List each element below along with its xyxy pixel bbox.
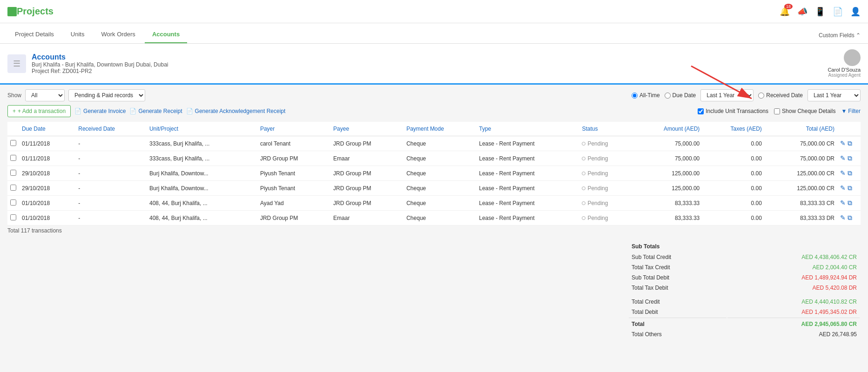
- row-checkbox-cell[interactable]: [7, 151, 19, 166]
- row-action-cell[interactable]: ✎ ⧉: [837, 136, 861, 151]
- row-action-cell[interactable]: ✎ ⧉: [837, 211, 861, 226]
- col-unit-project[interactable]: Unit/Project: [147, 122, 257, 136]
- row-checkbox[interactable]: [10, 155, 16, 161]
- open-icon[interactable]: ⧉: [848, 169, 852, 177]
- row-action-cell[interactable]: ✎ ⧉: [837, 196, 861, 211]
- agent-info: Carol D'Souza Assigned Agent: [828, 49, 861, 78]
- row-amount: 75,000.00: [632, 136, 702, 151]
- tab-project-details[interactable]: Project Details: [7, 26, 61, 43]
- app-title: Projects: [17, 6, 54, 17]
- due-date-label[interactable]: Due Date: [673, 92, 696, 99]
- received-date-radio[interactable]: [758, 93, 764, 99]
- row-checkbox-cell[interactable]: [7, 181, 19, 196]
- agent-avatar: [844, 49, 861, 66]
- row-action-cell[interactable]: ✎ ⧉: [837, 151, 861, 166]
- row-checkbox[interactable]: [10, 199, 16, 206]
- custom-fields-link[interactable]: Custom Fields ⌃: [819, 32, 861, 43]
- content-header: ☰ Accounts Burj Khalifa - Burj Khalifa, …: [0, 44, 868, 85]
- row-checkbox-cell[interactable]: [7, 136, 19, 151]
- col-total[interactable]: Total (AED): [765, 122, 837, 136]
- received-date-label[interactable]: Received Date: [766, 92, 803, 99]
- agent-role: Assigned Agent: [828, 73, 861, 78]
- totals-table: Sub Totals Sub Total Credit AED 4,438,40…: [628, 239, 861, 340]
- col-payee[interactable]: Payee: [330, 122, 404, 136]
- open-icon[interactable]: ⧉: [848, 184, 852, 192]
- edit-icon[interactable]: ✎: [840, 214, 846, 222]
- open-icon[interactable]: ⧉: [848, 214, 852, 222]
- show-select[interactable]: All Income Expense: [25, 89, 65, 101]
- col-type[interactable]: Type: [476, 122, 579, 136]
- include-unit-transactions-label[interactable]: Include Unit Transactions: [698, 108, 768, 114]
- row-type: Lease - Rent Payment: [476, 181, 579, 196]
- edit-icon[interactable]: ✎: [840, 184, 846, 192]
- user-icon[interactable]: 👤: [850, 7, 861, 17]
- due-date-period-select[interactable]: Last 1 Year Last 6 Months This Year Cust…: [700, 89, 754, 101]
- generate-acknowledgement-button[interactable]: 📄 Generate Acknowledgement Receipt: [186, 108, 286, 114]
- filters-row: Show All Income Expense Pending & Paid r…: [7, 89, 861, 101]
- row-action-cell[interactable]: ✎ ⧉: [837, 181, 861, 196]
- row-checkbox[interactable]: [10, 185, 16, 191]
- notification-icon[interactable]: 🔔 18: [780, 7, 790, 17]
- row-checkbox-cell[interactable]: [7, 166, 19, 181]
- row-checkbox-cell[interactable]: [7, 211, 19, 226]
- row-due-date: 29/10/2018: [19, 181, 75, 196]
- megaphone-icon[interactable]: 📣: [797, 7, 807, 17]
- row-checkbox-cell[interactable]: [7, 196, 19, 211]
- all-time-radio-group: All-Time: [632, 92, 660, 99]
- sub-total-debit-value: AED 1,489,924.94 DR: [727, 273, 860, 282]
- edit-icon[interactable]: ✎: [840, 199, 846, 207]
- header-title: Accounts: [32, 53, 168, 61]
- edit-icon[interactable]: ✎: [840, 140, 846, 147]
- top-nav-right: 🔔 18 📣 📱 📄 👤: [780, 7, 861, 17]
- row-checkbox[interactable]: [10, 140, 16, 146]
- total-credit-value: AED 4,440,410.82 CR: [727, 297, 860, 306]
- all-time-label[interactable]: All-Time: [639, 92, 660, 99]
- grand-total-label: Total: [629, 318, 727, 329]
- edit-icon[interactable]: ✎: [840, 154, 846, 162]
- due-date-radio[interactable]: [665, 93, 671, 99]
- document-icon[interactable]: 📄: [833, 7, 843, 17]
- col-status[interactable]: Status: [579, 122, 632, 136]
- row-due-date: 01/11/2018: [19, 136, 75, 151]
- received-date-period-select[interactable]: Last 1 Year Last 6 Months This Year Cust…: [807, 89, 861, 101]
- open-icon[interactable]: ⧉: [848, 154, 852, 162]
- row-checkbox[interactable]: [10, 170, 16, 176]
- tab-units[interactable]: Units: [63, 26, 92, 43]
- generate-receipt-button[interactable]: 📄 Generate Receipt: [129, 108, 182, 114]
- tab-accounts[interactable]: Accounts: [145, 26, 187, 43]
- col-taxes[interactable]: Taxes (AED): [702, 122, 765, 136]
- include-unit-transactions-checkbox[interactable]: [698, 108, 704, 114]
- row-payment-mode: Cheque: [404, 166, 476, 181]
- add-transaction-button[interactable]: + + Add a transaction: [7, 105, 71, 117]
- row-unit-project: Burj Khalifa, Downtow...: [147, 166, 257, 181]
- tab-work-orders[interactable]: Work Orders: [94, 26, 142, 43]
- show-cheque-details-label[interactable]: Show Cheque Details: [774, 108, 835, 114]
- col-payment-mode[interactable]: Payment Mode: [404, 122, 476, 136]
- col-due-date[interactable]: Due Date: [19, 122, 75, 136]
- edit-icon[interactable]: ✎: [840, 169, 846, 177]
- header-project-ref: Project Ref: ZD001-PR2: [32, 68, 168, 74]
- row-total: 75,000.00 DR: [765, 151, 837, 166]
- all-time-radio[interactable]: [632, 93, 638, 99]
- row-action-cell[interactable]: ✎ ⧉: [837, 166, 861, 181]
- open-icon[interactable]: ⧉: [848, 199, 852, 207]
- show-cheque-details-checkbox[interactable]: [774, 108, 780, 114]
- filter-button[interactable]: ▼ Filter: [841, 108, 861, 114]
- row-status: Pending: [579, 151, 632, 166]
- row-checkbox[interactable]: [10, 214, 16, 220]
- row-status: Pending: [579, 136, 632, 151]
- col-received-date[interactable]: Received Date: [75, 122, 147, 136]
- open-icon[interactable]: ⧉: [848, 140, 852, 147]
- col-amount[interactable]: Amount (AED): [632, 122, 702, 136]
- received-date-radio-group: Received Date: [758, 92, 803, 99]
- total-debit-value: AED 1,495,345.02 DR: [727, 307, 860, 317]
- sub-totals-label: Sub Totals: [629, 240, 860, 252]
- mobile-icon[interactable]: 📱: [815, 7, 825, 17]
- row-taxes: 0.00: [702, 211, 765, 226]
- add-icon: +: [13, 108, 16, 114]
- table-row: 29/10/2018 - Burj Khalifa, Downtow... Pi…: [7, 181, 861, 196]
- col-payer[interactable]: Payer: [257, 122, 330, 136]
- row-status: Pending: [579, 196, 632, 211]
- generate-invoice-button[interactable]: 📄 Generate Invoice: [74, 108, 126, 114]
- record-type-select[interactable]: Pending & Paid records Pending records P…: [68, 89, 145, 101]
